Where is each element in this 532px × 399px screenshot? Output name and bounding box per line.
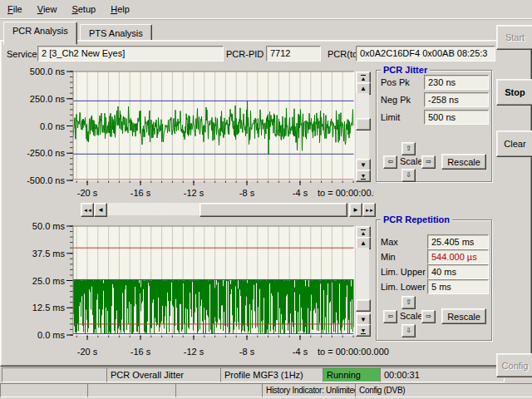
- repetition-chart-scroll-bottom-button[interactable]: ▼: [356, 324, 371, 337]
- stop-button[interactable]: Stop: [496, 79, 532, 106]
- pcr-repetition-chart-xtick-3: -8 s: [229, 347, 265, 357]
- pcr-jitter-chart: [63, 70, 376, 196]
- repetition-scale-left-button[interactable]: ⇦: [383, 310, 397, 323]
- status2-panel-blank-1: [87, 383, 182, 397]
- pcr-repetition-chart-xtick-4: -4 s: [282, 347, 318, 357]
- pcr-repetition-title: PCR Repetition: [381, 214, 452, 224]
- menu-item-file[interactable]: File: [0, 2, 30, 17]
- start-button[interactable]: Start: [496, 25, 532, 50]
- jitter-value-pos-pk[interactable]: 230 ns: [424, 75, 489, 90]
- jitter-scale-right-button[interactable]: ⇨: [421, 155, 436, 169]
- repetition-scale-up-button[interactable]: ⇧: [401, 296, 416, 309]
- status2-panel-blank-2: [175, 383, 268, 397]
- jitter-label-neg-pk: Neg Pk: [381, 95, 411, 105]
- pcr-jitter-chart-ytick-4: -500.0 ns: [2, 175, 65, 185]
- pcr-jitter-chart-xtick-3: -8 s: [229, 188, 265, 198]
- repetition-scale-label: Scale: [400, 311, 423, 321]
- pcr-jitter-chart-ytick-0: 500.0 ns: [2, 66, 65, 76]
- status-panel-pcr-overall-jitter: PCR Overall Jitter: [106, 367, 227, 382]
- jitter-chart-scroll-bottom-button[interactable]: ▼: [356, 170, 371, 182]
- menu-bar: FileViewSetupHelp: [0, 0, 532, 19]
- repetition-value-min[interactable]: 544.000 µs: [427, 249, 489, 264]
- config-button[interactable]: Config: [496, 353, 532, 377]
- arrow-up-bar-icon: ▲: [361, 75, 367, 81]
- jitter-value-neg-pk[interactable]: -258 ns: [424, 92, 489, 107]
- pcr-jitter-chart-xtick-1: -16 s: [122, 188, 159, 198]
- time-scroll-right-button[interactable]: ►: [349, 203, 362, 217]
- jitter-value-limit[interactable]: 500 ns: [424, 110, 489, 125]
- jitter-scale-up-button[interactable]: ⇧: [401, 142, 416, 155]
- pcr-jitter-chart-xtick-4: -4 s: [282, 188, 318, 198]
- jitter-chart-scroll-thumb[interactable]: [356, 118, 371, 131]
- pcr-repetition-chart-xtick-0: -20 s: [69, 347, 106, 357]
- arrow-up-bar-icon: ▲: [361, 229, 367, 236]
- pcr-repetition-chart-ytick-3: 12.5 ms: [2, 303, 65, 313]
- pcr-jitter-chart-ytick-1: 250.0 ns: [2, 94, 65, 104]
- jitter-label-pos-pk: Pos Pk: [381, 77, 410, 87]
- jitter-label-limit: Limit: [381, 112, 400, 122]
- pcr-jitter-chart-ytick-3: -250.0 ns: [2, 148, 65, 158]
- status2-panel-config-dvb-: Config (DVB): [355, 383, 532, 397]
- status-panel-00-00-31: 00:00:31: [380, 367, 505, 382]
- repetition-scale-right-button[interactable]: ⇨: [421, 310, 436, 323]
- pcr-repetition-chart-ytick-2: 25.0 ms: [2, 276, 65, 286]
- status-panel-profile-mgf3-1hz-: Profile MGF3 (1Hz): [220, 367, 329, 382]
- menu-item-help[interactable]: Help: [103, 2, 137, 17]
- pcr-jitter-chart-x-end-label: to = 00:00:00.000: [318, 188, 374, 198]
- tab-pcr-analysis[interactable]: PCR Analysis: [3, 22, 77, 45]
- pcr-jitter-title: PCR Jitter: [381, 65, 430, 75]
- repetition-label-lim-upper: Lim. Upper: [381, 267, 426, 277]
- status-panel-running: Running: [323, 367, 387, 382]
- repetition-value-lim-upper[interactable]: 40 ms: [427, 264, 489, 279]
- pcr-jitter-chart-ytick-2: 0.0 ns: [2, 121, 65, 131]
- pcr-repetition-chart: [63, 224, 376, 351]
- pcr-repetition-chart-x-end-label: to = 00:00:00.000: [318, 347, 397, 357]
- pcr-repetition-chart-ytick-1: 37.5 ms: [2, 249, 65, 259]
- repetition-scale-down-button[interactable]: ⇩: [401, 324, 416, 337]
- repetition-value-lim-lower[interactable]: 5 ms: [427, 279, 489, 294]
- time-scroll-far-right-button[interactable]: ►►: [362, 203, 376, 217]
- pcr-jitter-chart-xtick-2: -12 s: [175, 188, 212, 198]
- repetition-label-max: Max: [381, 237, 398, 247]
- jitter-rescale-button[interactable]: Rescale: [441, 154, 486, 170]
- pcr-analyzer-window: FileViewSetupHelp PCR AnalysisPTS Analys…: [0, 0, 532, 399]
- pcr-pid-label: PCR-PID: [226, 49, 264, 59]
- clear-button[interactable]: Clear: [496, 131, 532, 157]
- jitter-scale-left-button[interactable]: ⇦: [383, 155, 397, 169]
- time-scroll-thumb[interactable]: [200, 203, 347, 217]
- pcr-repetition-chart-xtick-2: -12 s: [175, 347, 212, 357]
- arrow-down-bar-icon: ▼: [361, 173, 367, 180]
- pcr-pid-field[interactable]: 7712: [266, 46, 321, 62]
- pcr-repetition-chart-ytick-0: 50.0 ms: [2, 221, 65, 231]
- service-field[interactable]: 2 [3_Ch2 New Eyes]: [37, 46, 224, 62]
- repetition-label-lim-lower: Lim. Lower: [381, 282, 426, 292]
- status2-panel-blank-0: [0, 383, 94, 397]
- repetition-chart-scroll-thumb[interactable]: [356, 299, 371, 312]
- service-label: Service: [7, 49, 37, 59]
- tab-strip: PCR AnalysisPTS Analysis: [0, 20, 532, 42]
- repetition-rescale-button[interactable]: Rescale: [441, 308, 486, 324]
- arrow-down-bar-icon: ▼: [361, 328, 367, 334]
- repetition-label-min: Min: [381, 252, 396, 262]
- repetition-value-max[interactable]: 25.405 ms: [427, 234, 489, 249]
- menu-item-setup[interactable]: Setup: [64, 2, 103, 17]
- status-panel-blank-0: [2, 367, 113, 382]
- pcr-repetition-chart-ytick-4: 0.0 ms: [2, 330, 65, 340]
- status2-panel-history-indicator-unlimited: History Indicator: Unlimited: [262, 383, 362, 397]
- jitter-scale-down-button[interactable]: ⇩: [401, 169, 416, 182]
- time-scroll-far-left-button[interactable]: ◄◄: [81, 203, 94, 217]
- pcr-repetition-chart-xtick-1: -16 s: [122, 347, 159, 357]
- pcr-jitter-chart-xtick-0: -20 s: [69, 188, 106, 198]
- time-scroll-left-button[interactable]: ◄: [94, 203, 107, 217]
- jitter-scale-label: Scale: [400, 156, 423, 166]
- menu-item-view[interactable]: View: [30, 2, 65, 17]
- pcr-to-field[interactable]: 0x0A2C16DF4 0x00AB 08:25:3: [356, 46, 495, 62]
